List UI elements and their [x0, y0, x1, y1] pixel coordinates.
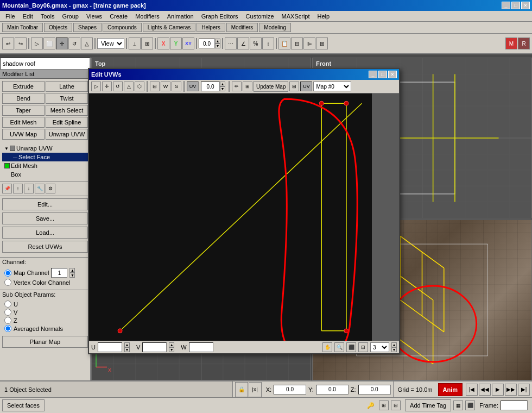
prev-frame-btn[interactable]: |◀ [466, 384, 478, 396]
toolbar-helpers[interactable]: Helpers [197, 23, 225, 32]
stack-item-unwrap-uvw[interactable]: ▼ Unwrap UVW [2, 144, 88, 153]
dlg-spinner-down[interactable]: ▼ [220, 86, 225, 91]
stack-item-edit-mesh[interactable]: Edit Mesh [2, 161, 88, 170]
dlg-move-btn[interactable]: ✛ [102, 82, 112, 91]
key-icon[interactable]: 🔑 [365, 402, 377, 409]
mirror2-button[interactable]: ⊟ [291, 37, 303, 49]
toolbar-modeling[interactable]: Modeling [259, 23, 291, 32]
dlg-checker-btn[interactable]: ⊞ [289, 82, 299, 91]
z-radio[interactable] [4, 317, 11, 324]
xy-axis-button[interactable]: XY [182, 37, 194, 49]
map-spinner-down[interactable]: ▼ [391, 347, 397, 352]
edit-spline-button[interactable]: Edit Spline [46, 117, 88, 128]
angle-snap-button[interactable]: ∠ [237, 37, 249, 49]
align-button[interactable]: ⊫ [303, 37, 315, 49]
dlg-weld-btn[interactable]: W [161, 82, 170, 91]
scale-button[interactable]: △ [81, 37, 93, 49]
extrude-button[interactable]: Extrude [2, 81, 45, 92]
dlg-mirror-btn[interactable]: ⊟ [150, 82, 160, 91]
stack-options[interactable]: ⚙ [46, 184, 55, 193]
dlg-freeform-btn[interactable]: ⬡ [135, 82, 144, 91]
spinner-up[interactable]: ▲ [215, 39, 220, 43]
map-channel-value[interactable] [51, 268, 67, 278]
menu-animation[interactable]: Animation [164, 12, 197, 21]
dlg-expand-btn[interactable]: ⊞ [243, 82, 252, 91]
minimax-icon[interactable]: ⬛ [465, 401, 475, 410]
dialog-canvas[interactable] [89, 93, 399, 341]
v-spinner-up[interactable]: ▲ [169, 342, 174, 347]
menu-edit[interactable]: Edit [20, 12, 36, 21]
view-dropdown[interactable]: View [97, 38, 124, 49]
stack-move-down[interactable]: ↓ [24, 184, 34, 193]
v-spinner-down[interactable]: ▼ [169, 347, 174, 352]
add-time-tag-btn[interactable]: Add Time Tag [405, 399, 451, 411]
map-spinner-up[interactable]: ▲ [391, 342, 397, 347]
mirror-button[interactable]: ⟂ [129, 37, 141, 49]
update-map-btn[interactable]: Update Map [254, 81, 288, 92]
redo-button[interactable]: ↪ [15, 37, 27, 49]
w-input[interactable] [189, 342, 213, 352]
dialog-maximize[interactable]: □ [378, 71, 387, 78]
menu-tools[interactable]: Tools [37, 12, 58, 21]
dlg-select-btn[interactable]: ▷ [91, 82, 101, 91]
rotate-button[interactable]: ↺ [68, 37, 80, 49]
close-button[interactable]: × [521, 2, 530, 9]
stack-delete[interactable]: 🔧 [35, 184, 45, 193]
v-input[interactable] [142, 342, 167, 352]
dlg-zoom-region-btn[interactable]: ⬛ [346, 342, 356, 352]
menu-views[interactable]: Views [83, 12, 105, 21]
next-key-btn[interactable]: ▶▶ [505, 384, 517, 396]
named-selection-button[interactable]: 📋 [278, 37, 290, 49]
uvw-map-button[interactable]: UVW Map [2, 129, 45, 140]
toolbar-compounds[interactable]: Compounds [103, 23, 142, 32]
twist-button[interactable]: Twist [46, 93, 88, 104]
stack-item-box[interactable]: Box [2, 170, 88, 179]
reset-uvws-button[interactable]: Reset UVWs [2, 241, 88, 253]
menu-maxscript[interactable]: MAXScript [278, 12, 313, 21]
dlg-zoom-pan-btn[interactable]: ✋ [322, 342, 332, 352]
pin-button[interactable]: 📌 [2, 184, 12, 193]
anim-button[interactable]: Anim [438, 383, 463, 396]
stack-move-up[interactable]: ↑ [13, 184, 23, 193]
dlg-zoom-fit-btn[interactable]: ⊡ [358, 342, 368, 352]
abs-rel-btn[interactable]: |X| [249, 382, 262, 397]
dlg-numeric-input[interactable] [201, 82, 220, 91]
map-channel-radio[interactable] [4, 270, 11, 277]
timeline-icon[interactable]: ▦ [453, 401, 463, 410]
numeric-input[interactable] [199, 39, 215, 48]
frame-input[interactable] [501, 401, 528, 410]
select-region-button[interactable]: ⬜ [43, 37, 55, 49]
planar-map-button[interactable]: Planar Map [2, 336, 88, 348]
dlg-uv-btn[interactable]: UV [187, 82, 199, 91]
spinner-down[interactable]: ▼ [215, 43, 220, 48]
move-button[interactable]: ✛ [56, 37, 68, 49]
toolbar-main[interactable]: Main Toolbar [2, 23, 43, 32]
minimize-button[interactable]: _ [502, 2, 510, 9]
mesh-select-button[interactable]: Mesh Select [46, 105, 88, 116]
select-faces-btn[interactable]: Select faces [2, 399, 45, 411]
select-button[interactable]: ▷ [31, 37, 43, 49]
toolbar-objects[interactable]: Objects [44, 23, 72, 32]
dlg-paint-btn[interactable]: ✏ [232, 82, 242, 91]
layer-button[interactable]: ⊞ [316, 37, 328, 49]
next-frame-btn[interactable]: ▶| [518, 384, 530, 396]
menu-modifiers[interactable]: Modifiers [132, 12, 163, 21]
u-radio[interactable] [4, 301, 11, 308]
map-num-dropdown[interactable]: 3 1 2 [370, 342, 389, 352]
toolbar-modifiers[interactable]: Modifiers [226, 23, 258, 32]
dialog-close[interactable]: × [388, 71, 397, 78]
menu-graph-editors[interactable]: Graph Editors [198, 12, 242, 21]
map-selector[interactable]: Map #0 [313, 82, 351, 91]
spinner-snap-button[interactable]: ↕ [262, 37, 274, 49]
vertex-color-radio[interactable] [4, 279, 11, 286]
edit-button[interactable]: Edit... [2, 198, 88, 210]
snap-button[interactable]: ⋯ [225, 37, 237, 49]
menu-customize[interactable]: Customize [243, 12, 277, 21]
load-button[interactable]: Load... [2, 227, 88, 239]
dlg-scale-btn[interactable]: △ [124, 82, 134, 91]
averaged-radio[interactable] [4, 325, 11, 332]
bend-button[interactable]: Bend [2, 93, 45, 104]
grid-icon1[interactable]: ⊞ [379, 401, 389, 410]
edit-mesh-button[interactable]: Edit Mesh [2, 117, 45, 128]
channel-down[interactable]: ▼ [69, 273, 75, 278]
